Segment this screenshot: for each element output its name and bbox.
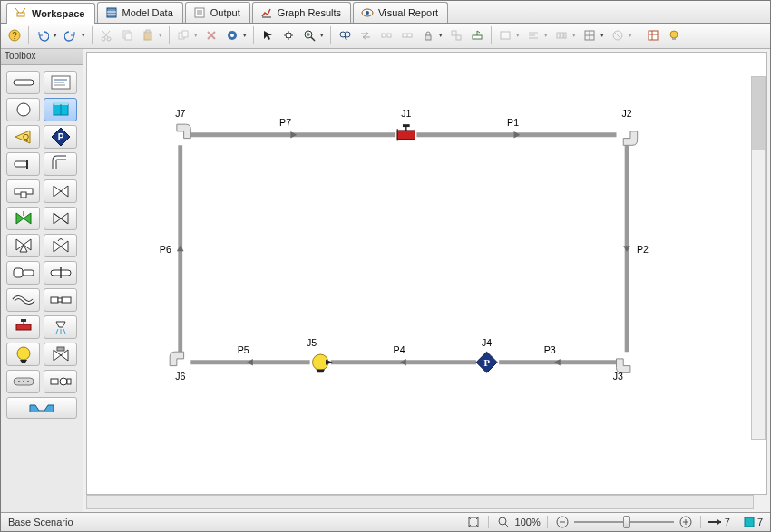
workspace-canvas[interactable]: P P7P1P2P3P4P5P6J7J1J2J6J5J4J3: [86, 52, 767, 496]
reverse-button[interactable]: [356, 25, 376, 45]
layer-button[interactable]: [608, 25, 635, 45]
svg-line-131: [505, 524, 508, 527]
tool-valve[interactable]: [44, 179, 77, 203]
toolbox-grid: Q P: [1, 65, 83, 422]
tool-assigned-flow[interactable]: Q: [6, 125, 40, 149]
tool-annotation[interactable]: [44, 71, 77, 94]
svg-text:P: P: [483, 357, 490, 367]
svg-rect-0: [17, 13, 24, 16]
bulb-button[interactable]: [664, 25, 684, 45]
tool-three-way[interactable]: [6, 234, 40, 257]
svg-text:P3: P3: [544, 344, 556, 355]
tool-heat-exchanger[interactable]: [6, 315, 40, 339]
fit-button[interactable]: [465, 515, 482, 529]
join-button[interactable]: [397, 25, 417, 45]
svg-rect-42: [452, 31, 456, 35]
tool-turbine[interactable]: [44, 343, 77, 366]
select-button[interactable]: [258, 25, 278, 45]
zoom-out-button[interactable]: [554, 515, 571, 529]
tool-pipe[interactable]: [6, 71, 40, 94]
grid-button[interactable]: [580, 25, 607, 45]
tool-dead-end[interactable]: [6, 152, 40, 176]
tool-relief-valve[interactable]: [44, 207, 77, 230]
help-button[interactable]: ?: [5, 25, 24, 45]
output-icon: [193, 6, 206, 19]
tool-reservoir[interactable]: [44, 98, 77, 121]
tool-branch[interactable]: [6, 98, 40, 121]
svg-text:J4: J4: [482, 337, 492, 348]
svg-rect-45: [501, 32, 510, 39]
zoom-in-button[interactable]: [678, 515, 694, 529]
toolbox-panel: Toolbox Q P: [1, 49, 83, 512]
tool-spray[interactable]: [44, 315, 77, 339]
pipe-count-icon: 7: [708, 517, 730, 527]
tab-visual-report[interactable]: Visual Report: [353, 2, 448, 23]
tool-general[interactable]: [6, 370, 40, 393]
svg-line-56: [614, 32, 621, 39]
group-button[interactable]: [446, 25, 466, 45]
copy-button[interactable]: [117, 25, 137, 45]
tab-label: Visual Report: [378, 7, 438, 18]
tool-volume[interactable]: [44, 370, 77, 393]
vertical-scrollbar[interactable]: [751, 76, 766, 440]
tool-orifice[interactable]: [44, 261, 77, 285]
svg-rect-93: [57, 347, 64, 351]
tool-bend[interactable]: [44, 152, 77, 176]
annotation-button[interactable]: [495, 25, 522, 45]
zoom-button[interactable]: [299, 25, 327, 45]
renumber-button[interactable]: [222, 25, 249, 45]
svg-rect-41: [425, 35, 431, 40]
tool-area-change[interactable]: [6, 261, 40, 285]
zoom-slider[interactable]: [574, 518, 674, 526]
align-button[interactable]: [523, 25, 551, 45]
tab-model-data[interactable]: Model Data: [97, 2, 183, 23]
svg-rect-100: [67, 379, 71, 384]
tool-control-valve[interactable]: [44, 234, 77, 257]
svg-rect-108: [397, 130, 415, 139]
svg-rect-22: [146, 30, 150, 33]
svg-rect-84: [62, 297, 71, 303]
tab-graph-results[interactable]: Graph Results: [252, 2, 351, 23]
duplicate-button[interactable]: [173, 25, 200, 45]
tool-pump[interactable]: [6, 343, 40, 366]
tool-screen[interactable]: [6, 288, 40, 312]
tab-label: Workspace: [32, 8, 85, 19]
svg-text:P6: P6: [160, 244, 171, 255]
svg-line-2: [22, 8, 25, 13]
undo-button[interactable]: [33, 25, 60, 45]
tab-bar: Workspace Model Data Output Graph Result…: [1, 1, 770, 24]
svg-rect-38: [387, 34, 391, 37]
cut-button[interactable]: [96, 25, 116, 45]
svg-point-67: [17, 103, 30, 116]
distribute-button[interactable]: [551, 25, 579, 45]
tool-assigned-pressure[interactable]: P: [44, 125, 77, 149]
tool-weir[interactable]: [6, 397, 77, 419]
paste-button[interactable]: [138, 25, 165, 45]
find-button[interactable]: [335, 25, 355, 45]
properties-button[interactable]: [643, 25, 663, 45]
toolbox-title: Toolbox: [1, 49, 83, 65]
svg-rect-49: [557, 33, 560, 38]
split-button[interactable]: [376, 25, 396, 45]
redo-button[interactable]: [61, 25, 88, 45]
separator: [92, 26, 93, 44]
horizontal-scrollbar[interactable]: [86, 495, 754, 509]
tool-venturi[interactable]: [44, 288, 77, 312]
svg-rect-88: [21, 319, 26, 322]
svg-point-97: [27, 381, 29, 382]
special-button[interactable]: [467, 25, 487, 45]
tool-tee[interactable]: [6, 179, 40, 203]
visual-icon: [361, 6, 374, 19]
pan-button[interactable]: [278, 25, 298, 45]
svg-text:Q: Q: [23, 132, 29, 141]
lock-button[interactable]: [418, 25, 445, 45]
zoom-icon[interactable]: [495, 515, 512, 529]
svg-line-1: [15, 8, 19, 13]
svg-rect-3: [107, 8, 116, 17]
svg-rect-73: [15, 161, 27, 167]
delete-button[interactable]: [201, 25, 221, 45]
tab-workspace[interactable]: Workspace: [6, 3, 95, 24]
tab-output[interactable]: Output: [185, 2, 250, 23]
tool-check-valve[interactable]: [6, 207, 40, 230]
separator: [330, 26, 331, 44]
